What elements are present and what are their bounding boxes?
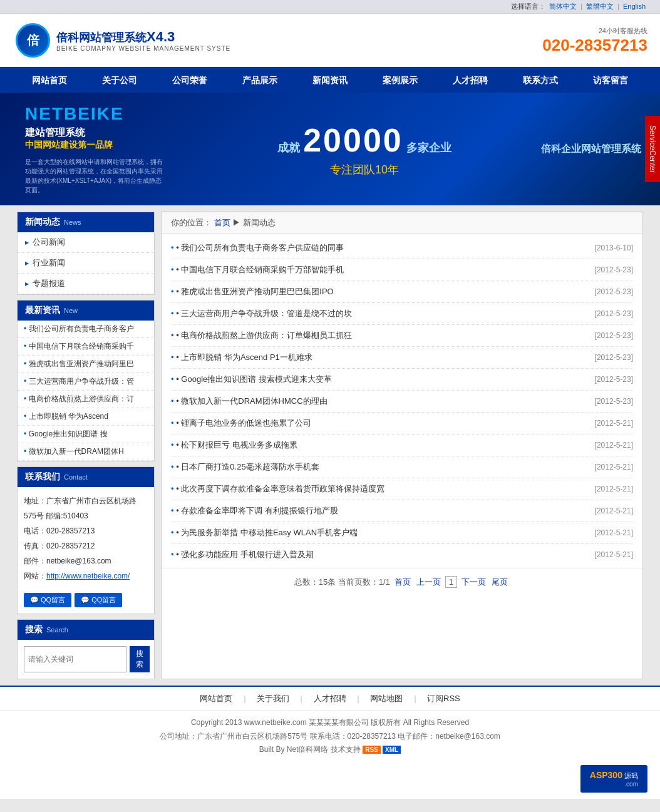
- news-title-link[interactable]: • Google推出知识图谱 搜索模式迎来大变革: [171, 374, 332, 385]
- sidebar-item-company-news[interactable]: 公司新闻: [18, 232, 154, 253]
- nav-news[interactable]: 新闻资讯: [295, 69, 365, 93]
- sidebar-search-title: 搜索 Search: [18, 620, 154, 640]
- sidebar-item-special-report[interactable]: 专题报道: [18, 274, 154, 294]
- service-center-tab[interactable]: ServiceCenter: [645, 116, 660, 182]
- nav-cases[interactable]: 案例展示: [365, 69, 435, 93]
- simplified-chinese-link[interactable]: 简体中文: [549, 3, 577, 10]
- news-title-link[interactable]: • 存款准备金率即将下调 有利提振银行地产股: [171, 505, 338, 516]
- sidebar-latest-item[interactable]: 上市即脱销 华为Ascend: [18, 408, 154, 426]
- footer: 网站首页 ｜ 关于我们 ｜ 人才招聘 ｜ 网站地图 ｜ 订阅RSS Copyri…: [0, 686, 660, 799]
- news-title-link[interactable]: • 微软加入新一代DRAM团体HMCC的理由: [171, 396, 327, 407]
- sidebar-latest-item[interactable]: 我们公司所有负责电子商务客户: [18, 321, 154, 338]
- pagination-prev[interactable]: 上一页: [416, 577, 441, 587]
- sidebar-latest-item[interactable]: 电商价格战煎熬上游供应商：订: [18, 391, 154, 408]
- sidebar-search-section: 搜索 Search 搜索: [17, 619, 155, 679]
- sidebar-latest-item[interactable]: Google推出知识图谱 搜: [18, 426, 154, 443]
- website-link[interactable]: http://www.netbeike.com/: [46, 572, 130, 580]
- pagination-next[interactable]: 下一页: [461, 577, 486, 587]
- logo-icon: 倍: [16, 23, 50, 58]
- news-list-item: • 存款准备金率即将下调 有利提振银行地产股 [2012-5-21]: [171, 500, 633, 522]
- news-list-item: • 电商价格战煎熬上游供应商：订单爆棚员工抓狂 [2012-5-23]: [171, 325, 633, 347]
- news-date: [2012-5-23]: [595, 309, 633, 318]
- asp300-badge: ASP300 源码 .com: [580, 765, 647, 793]
- sidebar-latest-item[interactable]: 雅虎或出售亚洲资产推动阿里巴: [18, 356, 154, 373]
- news-title-link[interactable]: • 上市即脱销 华为Ascend P1一机难求: [171, 352, 312, 363]
- footer-nav-home[interactable]: 网站首页: [193, 694, 239, 703]
- sidebar-news-title: 新闻动态 News: [18, 212, 154, 232]
- nav-home[interactable]: 网站首页: [14, 69, 85, 93]
- news-title-link[interactable]: • 雅虎或出售亚洲资产推动阿里巴巴集团IPO: [171, 286, 334, 297]
- xml-badge: XML: [383, 746, 401, 754]
- language-label: 选择语言：: [511, 3, 545, 10]
- breadcrumb: 你的位置： 首页 ▶ 新闻动态: [162, 212, 642, 234]
- header: 倍 倍科网站管理系统X4.3 BEIKE COMAPNY WEBSITE MAN…: [0, 14, 660, 69]
- traditional-chinese-link[interactable]: 繁體中文: [586, 3, 614, 10]
- sidebar-latest-item[interactable]: 中国电信下月联合经销商采购千: [18, 338, 154, 356]
- nav-about[interactable]: 关于公司: [85, 69, 155, 93]
- banner-achievement-label: 成就 20000 多家企业: [188, 121, 541, 159]
- news-list-item: • Google推出知识图谱 搜索模式迎来大变革 [2012-5-23]: [171, 369, 633, 391]
- logo-title: 倍科网站管理系统X4.3: [56, 29, 230, 45]
- news-list-item: • 我们公司所有负责电子商务客户供应链的同事 [2013-6-10]: [171, 237, 633, 259]
- qq-message-btn-2[interactable]: 💬 QQ留言: [75, 593, 122, 607]
- news-title-link[interactable]: • 此次再度下调存款准备金率意味着货币政策将保持适度宽: [171, 483, 384, 495]
- search-button[interactable]: 搜索: [130, 646, 150, 672]
- footer-logo-area: ASP300 源码 .com: [0, 762, 660, 799]
- news-list-item: • 强化多功能应用 手机银行进入普及期 [2012-5-21]: [171, 544, 633, 565]
- footer-nav-about[interactable]: 关于我们: [250, 694, 296, 703]
- banner-brand: NETBEIKE: [25, 104, 163, 124]
- pagination: 总数：15条 当前页数：1/1 首页 上一页 1 下一页 尾页: [162, 568, 642, 595]
- news-title-link[interactable]: • 松下财报巨亏 电视业务多成拖累: [171, 439, 297, 451]
- nav-contact[interactable]: 联系方式: [505, 69, 575, 93]
- nav-products[interactable]: 产品展示: [225, 69, 295, 93]
- nav-honor[interactable]: 公司荣誉: [155, 69, 225, 93]
- news-list-item: • 微软加入新一代DRAM团体HMCC的理由 [2012-5-23]: [171, 391, 633, 413]
- sidebar-contact-title: 联系我们 Contact: [18, 467, 154, 487]
- pagination-first[interactable]: 首页: [394, 577, 411, 587]
- news-date: [2012-5-21]: [595, 506, 633, 515]
- main-container: 新闻动态 News 公司新闻 行业新闻 专题报道 最新资讯 New 我们公司所有…: [17, 212, 643, 679]
- news-list-item: • 为民服务新举措 中移动推Easy WLAN手机客户端 [2012-5-21]: [171, 522, 633, 544]
- news-list: • 我们公司所有负责电子商务客户供应链的同事 [2013-6-10] • 中国电…: [162, 234, 642, 568]
- news-date: [2012-5-21]: [595, 463, 633, 471]
- news-title-link[interactable]: • 为民服务新举措 中移动推Easy WLAN手机客户端: [171, 527, 358, 538]
- english-link[interactable]: English: [623, 3, 646, 10]
- sidebar-latest-item[interactable]: 微软加入新一代DRAM团体H: [18, 443, 154, 461]
- search-input[interactable]: [24, 646, 126, 672]
- banner-right-brand: 倍科企业网站管理系统: [541, 143, 641, 156]
- banner-team-label: 专注团队10年: [188, 162, 541, 177]
- news-date: [2013-6-10]: [595, 244, 633, 252]
- hotline-area: 24小时客服热线 020-28357213: [542, 26, 647, 55]
- nav-recruit[interactable]: 人才招聘: [435, 69, 505, 93]
- breadcrumb-home[interactable]: 首页: [214, 218, 230, 227]
- news-title-link[interactable]: • 日本厂商打造0.25毫米超薄防水手机套: [171, 461, 319, 473]
- news-date: [2012-5-23]: [595, 375, 633, 384]
- sidebar-latest-title: 最新资讯 New: [18, 301, 154, 321]
- total-count: 总数：15条: [294, 577, 336, 587]
- nav-guestbook[interactable]: 访客留言: [575, 69, 646, 93]
- news-title-link[interactable]: • 电商价格战煎熬上游供应商：订单爆棚员工抓狂: [171, 330, 352, 341]
- sidebar-contact-section: 联系我们 Contact 地址：广东省广州市白云区机场路575号 邮编:5104…: [17, 466, 155, 614]
- current-page-info: 当前页数：1/1: [338, 577, 390, 587]
- footer-nav-sitemap[interactable]: 网站地图: [364, 694, 409, 703]
- footer-copyright: Copyright 2013 www.netbeike.com 某某某某有限公司…: [0, 711, 660, 762]
- footer-nav-rss[interactable]: 订阅RSS: [421, 694, 467, 703]
- qq-icon-2: 💬: [81, 596, 90, 604]
- news-title-link[interactable]: • 锂离子电池业务的低迷也拖累了公司: [171, 418, 311, 429]
- news-title-link[interactable]: • 三大运营商用户争夺战升级：管道是绕不过的坎: [171, 308, 352, 319]
- news-title-link[interactable]: • 我们公司所有负责电子商务客户供应链的同事: [171, 242, 344, 254]
- footer-nav-recruit[interactable]: 人才招聘: [307, 694, 353, 703]
- sidebar-item-industry-news[interactable]: 行业新闻: [18, 253, 154, 274]
- news-list-item: • 松下财报巨亏 电视业务多成拖累 [2012-5-21]: [171, 434, 633, 456]
- pagination-last[interactable]: 尾页: [492, 577, 508, 587]
- news-title-link[interactable]: • 中国电信下月联合经销商采购千万部智能手机: [171, 264, 344, 275]
- news-date: [2012-5-21]: [595, 550, 633, 559]
- news-title-link[interactable]: • 强化多功能应用 手机银行进入普及期: [171, 549, 314, 560]
- banner-line1: 建站管理系统: [25, 126, 163, 140]
- logo-area: 倍 倍科网站管理系统X4.3 BEIKE COMAPNY WEBSITE MAN…: [13, 20, 234, 61]
- news-date: [2012-5-21]: [595, 528, 633, 537]
- language-bar: 选择语言： 简体中文 | 繁體中文 | English: [0, 0, 660, 14]
- qq-message-btn-1[interactable]: 💬 QQ留言: [24, 593, 71, 607]
- banner: NETBEIKE 建站管理系统 中国网站建设第一品牌 是一套大型的在线网站申请和…: [0, 93, 660, 205]
- sidebar-latest-item[interactable]: 三大运营商用户争夺战升级：管: [18, 373, 154, 391]
